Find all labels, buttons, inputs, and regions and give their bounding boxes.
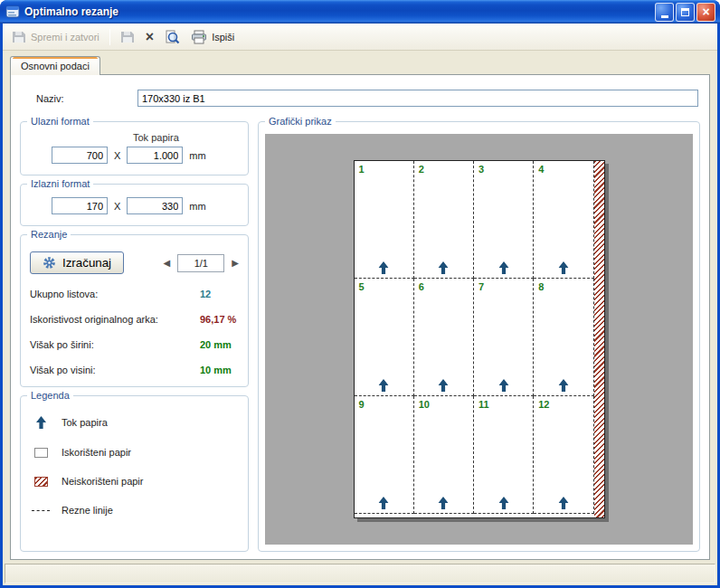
stat-value: 12 xyxy=(200,289,211,299)
paper-flow-arrow-icon xyxy=(558,379,568,392)
groupbox-rezanje: Rezanje Izračunaj ◀ xyxy=(20,234,249,387)
tab-osnovni-podaci[interactable]: Osnovni podaci xyxy=(10,56,100,75)
legend-label: Neiskorišteni papir xyxy=(62,476,143,487)
unused-paper-swatch-icon xyxy=(32,477,50,487)
naziv-row: Naziv: xyxy=(18,90,702,107)
cell-number: 1 xyxy=(359,164,365,175)
app-window: Optimalno rezanje × Spremi i zatvori xyxy=(0,0,720,588)
paper-flow-arrow-icon xyxy=(439,497,449,509)
save-close-button[interactable]: Spremi i zatvori xyxy=(8,27,103,47)
sheet-grid: 123456789101112 xyxy=(355,161,594,514)
stat-label: Iskoristivost originalnog arka: xyxy=(30,314,200,325)
status-bar xyxy=(5,564,715,583)
paper-flow-arrow-icon xyxy=(558,497,568,509)
groupbox-title: Ulazni format xyxy=(27,116,93,127)
sheet-cell: 7 xyxy=(474,279,534,396)
calculate-button[interactable]: Izračunaj xyxy=(30,251,124,274)
maximize-icon xyxy=(681,8,689,16)
stat-row: Ukupno listova: 12 xyxy=(30,289,239,299)
pager-prev-icon[interactable]: ◀ xyxy=(164,258,171,268)
legend-item: Neiskorišteni papir xyxy=(32,476,237,487)
output-height-field[interactable] xyxy=(127,197,183,214)
titlebar: Optimalno rezanje × xyxy=(0,0,720,24)
groupbox-title: Legenda xyxy=(27,390,73,401)
paper-flow-arrow-icon xyxy=(32,416,50,429)
sheet-cell: 12 xyxy=(534,396,593,514)
app-icon xyxy=(5,5,20,19)
cell-number: 5 xyxy=(359,281,365,292)
maximize-button[interactable] xyxy=(676,3,695,22)
save-button[interactable] xyxy=(117,27,138,47)
preview-button[interactable] xyxy=(161,27,184,47)
cell-number: 6 xyxy=(419,281,424,292)
save-icon xyxy=(12,30,26,44)
stat-row: Višak po širini: 20 mm xyxy=(30,339,239,350)
legend-label: Iskorišteni papir xyxy=(62,447,131,458)
cell-number: 7 xyxy=(478,281,484,292)
stat-label: Ukupno listova: xyxy=(30,289,200,299)
input-height-field[interactable] xyxy=(127,147,183,164)
window-frame: Spremi i zatvori × xyxy=(3,24,717,585)
toolbar: Spremi i zatvori × xyxy=(3,24,717,51)
save-icon xyxy=(120,30,135,44)
sheet-cell: 10 xyxy=(414,396,474,514)
print-button[interactable]: Ispiši xyxy=(187,27,238,47)
paper-flow-arrow-icon xyxy=(379,261,389,274)
sheet-cell: 9 xyxy=(355,396,414,514)
groupbox-ulazni-format: Ulazni format Tok papira X mm xyxy=(20,121,249,175)
calculate-label: Izračunaj xyxy=(62,256,111,270)
paper-flow-arrow-icon xyxy=(558,261,568,274)
preview-canvas: 123456789101112 xyxy=(265,134,693,545)
preview-magnifier-icon xyxy=(165,30,180,44)
stat-row: Iskoristivost originalnog arka: 96,17 % xyxy=(30,314,239,325)
save-close-label: Spremi i zatvori xyxy=(31,32,99,43)
stat-label: Višak po širini: xyxy=(30,339,200,350)
stat-row: Višak po visini: 10 mm xyxy=(30,365,239,375)
paper-flow-arrow-icon xyxy=(379,497,389,509)
paper-flow-arrow-icon xyxy=(439,261,449,274)
left-panel: Ulazni format Tok papira X mm Izlazni fo… xyxy=(20,121,249,552)
pager-value: 1/1 xyxy=(177,254,224,272)
minimize-button[interactable] xyxy=(655,3,674,22)
legend-item: Iskorišteni papir xyxy=(32,447,237,458)
close-button[interactable]: × xyxy=(696,3,715,22)
cell-number: 8 xyxy=(538,281,544,292)
sheet-cell: 8 xyxy=(534,279,593,396)
dimension-separator: X xyxy=(114,201,120,212)
print-label: Ispiši xyxy=(212,32,234,43)
unused-paper-strip xyxy=(594,161,604,517)
delete-icon: × xyxy=(146,30,154,44)
sheet-cell: 1 xyxy=(355,161,414,279)
sheet-cell: 3 xyxy=(474,161,534,279)
input-width-field[interactable] xyxy=(52,147,108,164)
tab-label: Osnovni podaci xyxy=(21,61,90,71)
groupbox-title: Rezanje xyxy=(27,229,71,240)
pager: ◀ 1/1 ▶ xyxy=(164,254,239,272)
cell-number: 2 xyxy=(419,164,424,175)
stat-label: Višak po visini: xyxy=(30,365,200,375)
stat-value: 20 mm xyxy=(200,339,232,350)
cell-number: 10 xyxy=(419,399,430,410)
paper-flow-arrow-icon xyxy=(379,379,389,392)
cell-number: 12 xyxy=(538,399,549,410)
toolbar-separator xyxy=(109,29,110,45)
legend-item: Tok papira xyxy=(32,416,237,429)
naziv-input[interactable] xyxy=(137,90,698,107)
dimension-separator: X xyxy=(114,150,120,161)
unit-label: mm xyxy=(189,150,205,161)
legend-label: Rezne linije xyxy=(62,505,113,516)
delete-button[interactable]: × xyxy=(142,27,157,47)
pager-next-icon[interactable]: ▶ xyxy=(232,258,239,268)
stat-value: 10 mm xyxy=(200,365,232,375)
close-icon: × xyxy=(702,5,709,18)
stat-value: 96,17 % xyxy=(200,314,236,325)
sheet-cell: 4 xyxy=(534,161,593,279)
output-width-field[interactable] xyxy=(52,197,108,214)
paper-sheet: 123456789101112 xyxy=(354,160,605,518)
cell-number: 4 xyxy=(538,164,544,175)
paper-flow-arrow-icon xyxy=(498,261,508,274)
tab-page: Naziv: Ulazni format Tok papira X mm xyxy=(10,74,710,560)
groupbox-izlazni-format: Izlazni format X mm xyxy=(20,184,249,226)
paper-flow-arrow-icon xyxy=(498,497,508,509)
sheet-cell: 5 xyxy=(355,279,414,396)
